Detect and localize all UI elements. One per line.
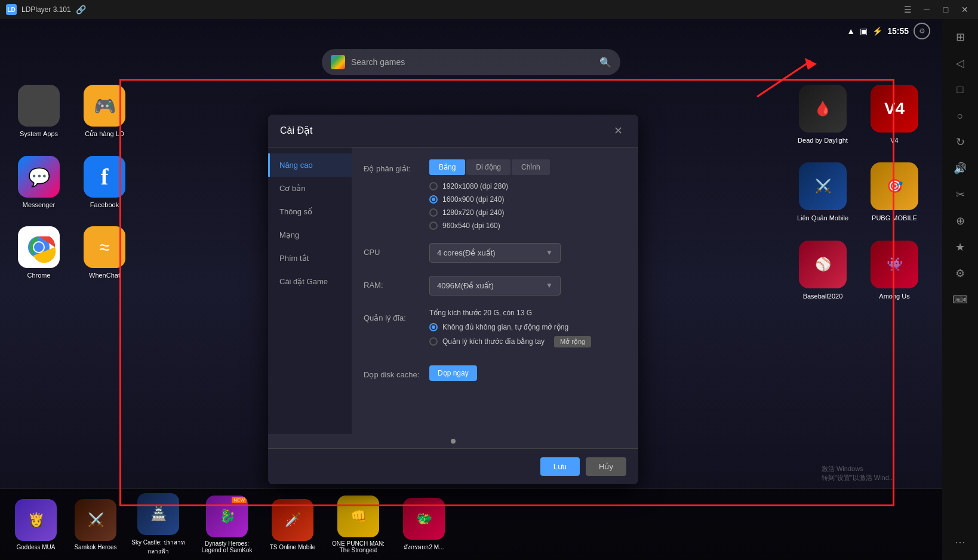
ram-dropdown-arrow: ▼ bbox=[546, 281, 553, 290]
linked-icon: 🔗 bbox=[76, 5, 86, 14]
disk-label: Quản lý đĩa: bbox=[364, 309, 429, 322]
resolution-tabs: Bảng Di động Chỉnh bbox=[429, 159, 626, 175]
cpu-value: 4 cores(Đề xuất) bbox=[437, 248, 496, 257]
disk-option2-radio[interactable] bbox=[429, 337, 438, 346]
res-1600[interactable]: 1600x900 (dpi 240) bbox=[429, 195, 626, 204]
res-tab-di-dong[interactable]: Di động bbox=[466, 159, 510, 175]
clean-now-button[interactable]: Dọp ngay bbox=[429, 365, 477, 381]
dialog-nav: Nâng cao Cơ bản Thông số Mạng Phím tắt C… bbox=[268, 147, 352, 434]
sidebar-volume-icon[interactable]: 🔊 bbox=[948, 156, 972, 180]
disk-option2-label: Quản lý kích thước đĩa bằng tay bbox=[442, 337, 545, 346]
dialog-title: Cài Đặt bbox=[280, 125, 312, 136]
nav-nang-cao[interactable]: Nâng cao bbox=[268, 153, 352, 177]
res-1920[interactable]: 1920x1080 (dpi 280) bbox=[429, 182, 626, 190]
res-radio-1920[interactable] bbox=[429, 182, 438, 190]
ram-controls: 4096M(Đề xuất) ▼ bbox=[429, 276, 626, 296]
dialog-overlay: Cài Đặt ✕ Nâng cao Cơ bản Thông số Mạng … bbox=[0, 38, 906, 560]
sidebar-screen-icon[interactable]: □ bbox=[948, 78, 972, 101]
cpu-label: CPU bbox=[364, 243, 429, 257]
resolution-controls: Bảng Di động Chỉnh 1920x1080 (dpi 280) bbox=[429, 159, 626, 230]
ram-value: 4096M(Đề xuất) bbox=[437, 281, 494, 290]
nav-co-ban[interactable]: Cơ bản bbox=[268, 177, 352, 200]
dot-indicator bbox=[268, 434, 638, 448]
wifi-icon: ▲ bbox=[847, 26, 855, 36]
title-bar-left: LD LDPlayer 3.101 🔗 bbox=[6, 4, 86, 15]
resolution-row: Độ phân giải: Bảng Di động Chỉnh bbox=[364, 159, 626, 230]
clean-cache-label: Dọp disk cache: bbox=[364, 365, 429, 379]
dialog-body: Nâng cao Cơ bản Thông số Mạng Phím tắt C… bbox=[268, 147, 638, 434]
dialog-footer: Lưu Hủy bbox=[268, 448, 638, 484]
nav-mang[interactable]: Mạng bbox=[268, 223, 352, 247]
expand-button[interactable]: Mở rộng bbox=[554, 336, 591, 347]
sidebar-scissors-icon[interactable]: ✂ bbox=[948, 183, 972, 207]
disk-option1-radio[interactable] bbox=[429, 323, 438, 331]
res-label-960: 960x540 (dpi 160) bbox=[442, 221, 500, 230]
emulator-container: LD LDPlayer 3.101 🔗 ☰ ─ □ ✕ ▲ ▣ ⚡ 15:55 … bbox=[0, 0, 978, 560]
dialog-titlebar: Cài Đặt ✕ bbox=[268, 115, 638, 147]
res-1280[interactable]: 1280x720 (dpi 240) bbox=[429, 208, 626, 217]
res-label-1920: 1920x1080 (dpi 280) bbox=[442, 182, 508, 190]
cpu-controls: 4 cores(Đề xuất) ▼ bbox=[429, 243, 626, 263]
res-label-1600: 1600x900 (dpi 240) bbox=[442, 195, 504, 204]
resolution-options: 1920x1080 (dpi 280) 1600x900 (dpi 240) 1 bbox=[429, 182, 626, 230]
nav-thong-so[interactable]: Thông số bbox=[268, 200, 352, 223]
title-bar-controls: ☰ ─ □ ✕ bbox=[900, 2, 972, 17]
res-tab-bang[interactable]: Bảng bbox=[429, 159, 465, 175]
disk-option1-label: Không đủ không gian, tự động mở rộng bbox=[442, 323, 568, 331]
battery-icon: ⚡ bbox=[872, 26, 882, 36]
sidebar-more-icon[interactable]: ⋯ bbox=[948, 530, 972, 554]
page-dot bbox=[451, 439, 456, 444]
clean-cache-row: Dọp disk cache: Dọp ngay bbox=[364, 365, 626, 381]
cpu-row: CPU 4 cores(Đề xuất) ▼ bbox=[364, 243, 626, 263]
res-tab-chinh[interactable]: Chỉnh bbox=[512, 159, 550, 175]
sidebar-table-icon[interactable]: ⊞ bbox=[948, 25, 972, 49]
ram-dropdown[interactable]: 4096M(Đề xuất) ▼ bbox=[429, 276, 561, 296]
disk-auto-expand[interactable]: Không đủ không gian, tự động mở rộng bbox=[429, 323, 626, 331]
close-button[interactable]: ✕ bbox=[958, 2, 972, 17]
menu-button[interactable]: ☰ bbox=[900, 2, 915, 17]
sidebar-settings-icon[interactable]: ⚙ bbox=[948, 261, 972, 285]
maximize-button[interactable]: □ bbox=[939, 2, 953, 17]
disk-row: Quản lý đĩa: Tổng kích thước 20 G, còn 1… bbox=[364, 309, 626, 352]
settings-circle-btn[interactable]: ⚙ bbox=[914, 23, 930, 39]
dialog-content: Độ phân giải: Bảng Di động Chỉnh bbox=[352, 147, 638, 434]
android-area: ▲ ▣ ⚡ 15:55 ⚙ Search games 🔍 bbox=[0, 19, 942, 560]
cpu-dropdown[interactable]: 4 cores(Đề xuất) ▼ bbox=[429, 243, 561, 263]
clock: 15:55 bbox=[887, 26, 909, 36]
resolution-label: Độ phân giải: bbox=[364, 159, 429, 173]
dialog-close-button[interactable]: ✕ bbox=[610, 123, 626, 139]
clean-cache-controls: Dọp ngay bbox=[429, 365, 626, 381]
ram-row: RAM: 4096M(Đề xuất) ▼ bbox=[364, 276, 626, 296]
sidebar-home-icon[interactable]: ○ bbox=[948, 104, 972, 128]
disk-info-text: Tổng kích thước 20 G, còn 13 G bbox=[429, 309, 626, 317]
app-logo: LD bbox=[6, 4, 17, 15]
sidebar-star-icon[interactable]: ★ bbox=[948, 235, 972, 259]
title-bar: LD LDPlayer 3.101 🔗 ☰ ─ □ ✕ bbox=[0, 0, 978, 19]
minimize-button[interactable]: ─ bbox=[919, 2, 934, 17]
res-radio-1600[interactable] bbox=[429, 195, 438, 204]
save-button[interactable]: Lưu bbox=[540, 457, 580, 476]
app-title: LDPlayer 3.101 bbox=[21, 5, 71, 14]
settings-dialog: Cài Đặt ✕ Nâng cao Cơ bản Thông số Mạng … bbox=[268, 115, 638, 484]
sidebar-back-icon[interactable]: ◁ bbox=[948, 51, 972, 75]
disk-manual[interactable]: Quản lý kích thước đĩa bằng tay Mở rộng bbox=[429, 336, 626, 347]
settings-icon: ⚙ bbox=[919, 27, 925, 35]
disk-controls: Tổng kích thước 20 G, còn 13 G Không đủ … bbox=[429, 309, 626, 352]
ram-label: RAM: bbox=[364, 276, 429, 290]
nav-cai-dat-game[interactable]: Cài đặt Game bbox=[268, 270, 352, 293]
res-label-1280: 1280x720 (dpi 240) bbox=[442, 208, 504, 217]
sidebar-rotate-icon[interactable]: ↻ bbox=[948, 130, 972, 154]
res-radio-1280[interactable] bbox=[429, 208, 438, 217]
sidebar-plus-icon[interactable]: ⊕ bbox=[948, 209, 972, 233]
res-radio-960[interactable] bbox=[429, 221, 438, 230]
right-sidebar: ⊞ ◁ □ ○ ↻ 🔊 ✂ ⊕ ★ ⚙ ⌨ ⋯ bbox=[942, 19, 978, 560]
cancel-button[interactable]: Hủy bbox=[586, 457, 626, 476]
sidebar-keyboard-icon[interactable]: ⌨ bbox=[948, 288, 972, 312]
nav-phim-tat[interactable]: Phím tắt bbox=[268, 247, 352, 270]
cpu-dropdown-arrow: ▼ bbox=[546, 248, 553, 257]
res-960[interactable]: 960x540 (dpi 160) bbox=[429, 221, 626, 230]
signal-icon: ▣ bbox=[860, 26, 868, 36]
